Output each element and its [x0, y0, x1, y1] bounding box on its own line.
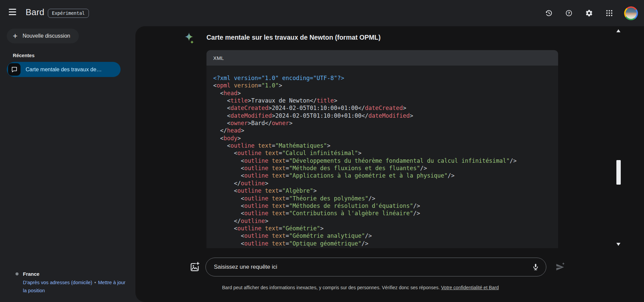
code-line: </outline> — [213, 180, 551, 187]
code-line: <dateModified>2024-02-05T01:10:00+01:00<… — [213, 112, 551, 119]
disclaimer-text: Bard peut afficher des informations inex… — [222, 285, 441, 290]
code-line: <outline text="Géométrie analytique"/> — [213, 232, 551, 239]
add-image-icon — [189, 261, 200, 272]
code-block: XML <?xml version="1.0" encoding="UTF-8"… — [206, 50, 558, 248]
sidebar-item-conversation[interactable]: Carte mentale des travaux de… — [7, 62, 121, 77]
code-line: <opml version="1.0"> — [213, 82, 551, 89]
location-info: France D'après vos adresses (domicile) •… — [15, 271, 130, 295]
code-line: <body> — [213, 135, 551, 142]
privacy-link[interactable]: Votre confidentialité et Bard — [441, 285, 499, 290]
code-line: <?xml version="1.0" encoding="UTF-8"?> — [213, 74, 551, 82]
code-line: </head> — [213, 127, 551, 134]
upload-image-button[interactable] — [189, 261, 200, 272]
location-separator: • — [94, 280, 97, 285]
code-line: <outline text="Optique géométrique"/> — [213, 240, 551, 247]
send-button[interactable] — [555, 262, 566, 272]
code-line: <outline text="Calcul infinitésimal"> — [213, 149, 551, 157]
apps-grid-button[interactable] — [605, 9, 613, 17]
experimental-badge: Expérimental — [48, 9, 89, 18]
menu-button[interactable] — [9, 9, 18, 17]
code-line: <dateCreated>2024-02-05T01:10:00+01:00</… — [213, 104, 551, 112]
bard-sparkle-icon — [185, 32, 195, 44]
scrollbar-down-arrow[interactable] — [616, 243, 620, 246]
location-dot-icon — [15, 272, 19, 275]
help-icon: ? — [565, 9, 573, 17]
plus-icon: + — [13, 32, 18, 40]
settings-button[interactable] — [585, 9, 593, 17]
prompt-input[interactable] — [206, 264, 531, 270]
svg-text:?: ? — [568, 11, 570, 15]
scrollbar-thumb[interactable] — [616, 160, 621, 185]
code-line: <owner>Bard</owner> — [213, 119, 551, 127]
microphone-button[interactable] — [531, 263, 540, 271]
code-line: <outline text="Contributions à l'algèbre… — [213, 210, 551, 217]
message-title: Carte mentale sur les travaux de Newton … — [206, 34, 381, 41]
new-chat-label: Nouvelle discussion — [23, 33, 70, 39]
avatar-photo — [625, 8, 637, 19]
recents-heading: Récentes — [13, 53, 34, 58]
send-icon — [555, 262, 566, 272]
code-line: <outline text="Applications à la géométr… — [213, 172, 551, 179]
code-line: <outline text="Développements du théorèm… — [213, 157, 551, 164]
history-button[interactable] — [545, 9, 553, 17]
hamburger-icon — [9, 9, 18, 15]
gear-icon — [585, 9, 593, 17]
code-line: <outline text="Méthodes de résolution d'… — [213, 202, 551, 210]
code-line: <outline text="Théorie des polynômes"/> — [213, 195, 551, 202]
code-language-label: XML — [213, 55, 224, 61]
account-avatar[interactable] — [624, 6, 638, 20]
location-source: D'après vos adresses (domicile) — [23, 280, 92, 285]
code-content: <?xml version="1.0" encoding="UTF-8"?><o… — [206, 66, 558, 248]
location-details: D'après vos adresses (domicile) • Mettre… — [23, 278, 130, 295]
scrollbar-up-arrow[interactable] — [616, 29, 620, 32]
code-line: <outline text="Algèbre"> — [213, 187, 551, 194]
new-chat-button[interactable]: + Nouvelle discussion — [7, 29, 79, 43]
top-bar: Bard Expérimental ? — [0, 0, 644, 26]
code-line: </outline> — [213, 217, 551, 225]
bard-app: Bard Expérimental ? — [0, 0, 644, 302]
conversation-title: Carte mentale des travaux de… — [26, 67, 102, 73]
code-line: <head> — [213, 89, 551, 97]
history-icon — [545, 9, 553, 17]
prompt-input-container — [205, 258, 546, 276]
code-line: <title>Travaux de Newton</title> — [213, 97, 551, 104]
chat-panel: Carte mentale sur les travaux de Newton … — [135, 26, 644, 302]
app-logo: Bard — [26, 7, 44, 17]
code-line: <outline text="Mathématiques"> — [213, 142, 551, 149]
location-country: France — [23, 271, 39, 277]
apps-grid-icon — [605, 9, 613, 17]
chat-bubble-icon — [8, 63, 21, 76]
code-block-header: XML — [206, 50, 558, 66]
code-line: <outline text="Géométrie"> — [213, 225, 551, 232]
code-line: <outline text="Méthode des fluxions et d… — [213, 164, 551, 172]
help-button[interactable]: ? — [565, 9, 573, 17]
disclaimer: Bard peut afficher des informations inex… — [135, 285, 585, 290]
microphone-icon — [531, 263, 540, 271]
